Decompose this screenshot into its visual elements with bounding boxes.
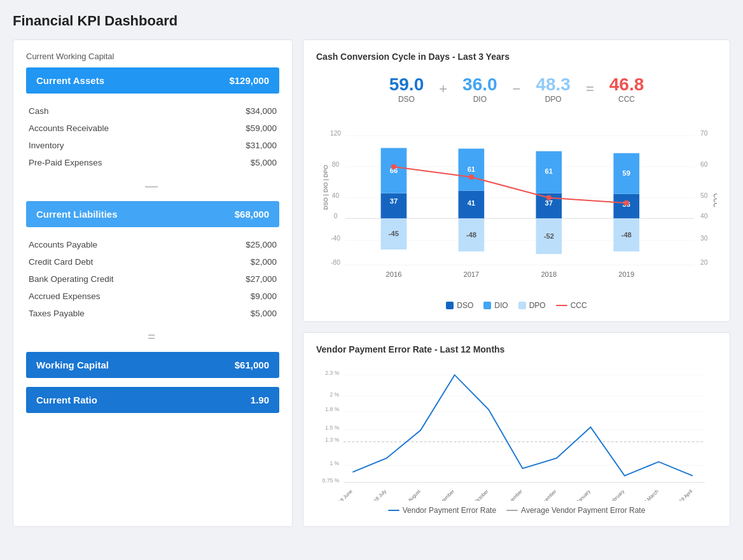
svg-text:2018 August: 2018 August <box>398 488 422 501</box>
svg-text:0: 0 <box>334 213 338 220</box>
list-item: Taxes Payable $5,000 <box>26 305 279 322</box>
working-capital-card: Current Working Capital Current Assets $… <box>13 39 293 527</box>
svg-text:120: 120 <box>330 130 341 137</box>
svg-text:2.3 %: 2.3 % <box>325 370 339 376</box>
svg-text:2018 October: 2018 October <box>464 488 489 501</box>
vendor-legend-line: Vendor Payment Error Rate <box>388 506 496 515</box>
svg-text:2017: 2017 <box>463 270 479 278</box>
dpo-color <box>518 302 526 309</box>
equals-separator: = <box>26 330 279 344</box>
dashboard-grid: Current Working Capital Current Assets $… <box>13 39 730 527</box>
page-title: Financial KPI Dashboard <box>13 13 730 29</box>
svg-text:2018 December: 2018 December <box>529 488 558 501</box>
list-item: Inventory $31,000 <box>26 137 279 154</box>
svg-text:1.8 %: 1.8 % <box>325 406 339 412</box>
svg-text:-40: -40 <box>331 235 340 242</box>
current-assets-label: Current Assets <box>36 75 104 86</box>
dio-color <box>483 302 491 309</box>
svg-text:61: 61 <box>545 167 553 175</box>
dpo-label: DPO <box>536 95 571 104</box>
vendor-title: Vendor Payment Error Rate - Last 12 Mont… <box>316 344 717 354</box>
dso-label: DSO <box>389 95 424 104</box>
item-value: $2,000 <box>251 257 277 267</box>
ccc-dot-2016 <box>391 164 396 169</box>
item-name: Accounts Receivable <box>29 123 109 133</box>
legend-ccc: CCC <box>556 301 587 310</box>
minus-separator: — <box>26 179 279 193</box>
ccc-title: Cash Conversion Cycle in Days - Last 3 Y… <box>316 52 717 62</box>
item-value: $9,000 <box>251 291 277 301</box>
item-value: $5,000 <box>251 309 277 318</box>
working-capital-subtitle: Current Working Capital <box>26 52 279 61</box>
vendor-legend-line-label: Vendor Payment Error Rate <box>403 506 496 515</box>
equals-op: = <box>582 81 598 97</box>
svg-text:2016: 2016 <box>386 270 402 278</box>
working-capital-result-label: Working Capital <box>36 360 109 370</box>
vendor-line-color <box>388 510 399 511</box>
item-name: Taxes Payable <box>29 309 85 318</box>
svg-text:2019 March: 2019 March <box>637 489 660 501</box>
svg-text:2018 June: 2018 June <box>333 489 354 501</box>
svg-text:1 %: 1 % <box>330 460 339 466</box>
item-name: Credit Card Debt <box>29 257 93 267</box>
vendor-avg-color <box>506 510 518 511</box>
ccc-legend: DSO DIO DPO CCC <box>316 301 717 310</box>
item-value: $27,000 <box>246 274 277 284</box>
list-item: Bank Operating Credit $27,000 <box>26 270 279 288</box>
svg-text:80: 80 <box>332 161 340 168</box>
vendor-card: Vendor Payment Error Rate - Last 12 Mont… <box>303 332 730 527</box>
svg-text:2 %: 2 % <box>330 391 339 398</box>
legend-dio: DIO <box>483 301 508 310</box>
svg-text:61: 61 <box>468 165 475 173</box>
legend-dpo: DPO <box>518 301 546 310</box>
svg-text:-80: -80 <box>331 259 340 266</box>
vendor-chart: 0.75 % 1 % 1.3 % 1.5 % 1.8 % 2 % 2.3 % <box>316 361 717 501</box>
svg-text:-45: -45 <box>389 230 399 237</box>
svg-text:CCC: CCC <box>712 193 717 207</box>
minus-op: − <box>509 81 525 97</box>
svg-text:2018 November: 2018 November <box>495 488 524 501</box>
svg-text:20: 20 <box>700 259 708 266</box>
legend-dpo-label: DPO <box>529 301 546 310</box>
ccc-chart: 120 80 40 0 -40 -80 70 60 50 40 30 20 CC… <box>316 118 717 296</box>
svg-text:41: 41 <box>468 199 475 207</box>
result-section: Working Capital $61,000 Current Ratio 1.… <box>26 352 279 413</box>
current-liabilities-label: Current Liabilities <box>36 209 118 220</box>
vendor-legend-avg: Average Vendor Payment Error Rate <box>506 506 645 515</box>
item-value: $5,000 <box>251 158 277 167</box>
legend-dso: DSO <box>446 301 473 310</box>
item-name: Cash <box>29 106 49 116</box>
item-name: Accrued Expenses <box>29 291 101 301</box>
svg-text:2018 July: 2018 July <box>369 488 388 501</box>
svg-text:40: 40 <box>700 213 708 220</box>
current-liabilities-header: Current Liabilities $68,000 <box>26 201 279 227</box>
vendor-legend: Vendor Payment Error Rate Average Vendor… <box>316 506 717 515</box>
svg-text:2018 September: 2018 September <box>426 488 456 501</box>
svg-text:1.5 %: 1.5 % <box>325 424 339 431</box>
list-item: Accounts Payable $25,000 <box>26 236 279 253</box>
vendor-legend-avg-label: Average Vendor Payment Error Rate <box>521 506 645 515</box>
svg-text:2018: 2018 <box>541 270 557 278</box>
list-item: Credit Card Debt $2,000 <box>26 253 279 270</box>
current-ratio-label: Current Ratio <box>36 395 97 405</box>
svg-text:0.75 %: 0.75 % <box>323 477 340 484</box>
ccc-label: CCC <box>609 95 644 104</box>
ccc-dpo: 48.3 DPO <box>524 69 582 109</box>
dio-label: DIO <box>462 95 497 104</box>
dso-color <box>446 302 454 309</box>
ccc-dso: 59.0 DSO <box>378 69 436 109</box>
working-capital-result: Working Capital $61,000 <box>26 352 279 378</box>
ccc-dio: 36.0 DIO <box>451 69 509 109</box>
item-name: Bank Operating Credit <box>29 274 114 284</box>
list-item: Accounts Receivable $59,000 <box>26 120 279 137</box>
item-name: Pre-Paid Expenses <box>29 158 102 167</box>
svg-text:2019 February: 2019 February <box>599 488 626 501</box>
item-value: $34,000 <box>246 106 277 116</box>
current-ratio-result: Current Ratio 1.90 <box>26 387 279 413</box>
item-name: Accounts Payable <box>29 240 97 249</box>
current-ratio-value: 1.90 <box>251 395 269 405</box>
ccc-color <box>556 305 567 306</box>
dio-value: 36.0 <box>462 74 497 95</box>
ccc-ccc: 46.8 CCC <box>598 69 656 109</box>
svg-text:-52: -52 <box>544 232 554 240</box>
